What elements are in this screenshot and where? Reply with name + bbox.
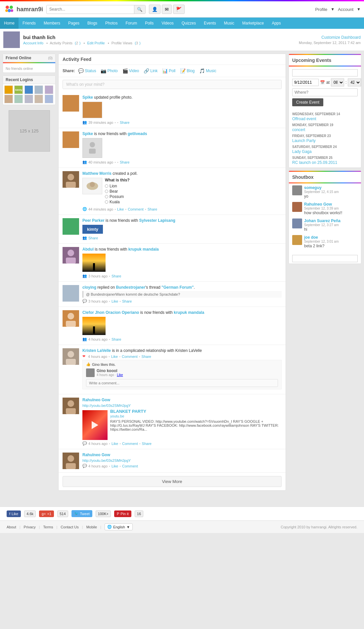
twitter-tweet-button[interactable]: 🐦 Tweet	[71, 510, 92, 517]
profile-views-link[interactable]: Profile Views (3)	[112, 41, 141, 45]
event-where-input[interactable]	[292, 88, 358, 96]
share-photo-btn[interactable]: 📷 Photo	[99, 68, 119, 74]
nav-blogs[interactable]: Blogs	[83, 18, 101, 29]
feed-user-link[interactable]: Kristen LaVelle	[82, 348, 111, 353]
nav-forum[interactable]: Forum	[121, 18, 141, 29]
share-link[interactable]: Share	[142, 355, 151, 359]
nav-music[interactable]: Music	[220, 18, 238, 29]
yt-thumbnail[interactable]	[82, 410, 108, 440]
share-link-btn[interactable]: 🔗 Link	[142, 68, 159, 74]
edit-profile-link[interactable]: Edit Profile	[87, 41, 105, 45]
search-bar[interactable]: 🔍	[46, 5, 146, 14]
share-status-btn[interactable]: 💬 Status	[77, 68, 97, 74]
nav-apps[interactable]: Apps	[268, 18, 285, 29]
flag-icon-btn[interactable]: 🚩	[173, 5, 185, 14]
calendar-icon[interactable]: 📅	[320, 80, 325, 85]
comment-like-link[interactable]: Like	[117, 373, 123, 377]
nav-members[interactable]: Members	[40, 18, 64, 29]
event-name-link[interactable]: RC launch on 25.09.2011	[292, 160, 358, 165]
event-name-link[interactable]: Launch Party	[292, 138, 358, 143]
footer-privacy-link[interactable]: Privacy	[24, 525, 36, 529]
like-link[interactable]: Like	[117, 207, 124, 211]
search-input[interactable]	[47, 5, 134, 13]
event-name-link[interactable]: Offroad event	[292, 117, 358, 121]
feed-user-link[interactable]: Rahulneo Gow	[82, 398, 110, 402]
comment-link[interactable]: Comment	[122, 464, 138, 468]
feed-user-link[interactable]: Matthew Morris	[82, 171, 112, 176]
feed-user-link[interactable]: Spike	[82, 95, 93, 100]
recent-login-4[interactable]	[34, 85, 43, 94]
footer-contact-link[interactable]: Contact Us	[61, 525, 78, 529]
footer-about-link[interactable]: About	[7, 525, 16, 529]
feed-friend-link[interactable]: Sylvester Lapisang	[139, 218, 175, 223]
nav-friends[interactable]: Friends	[19, 18, 40, 29]
poll-radio[interactable]	[105, 184, 108, 188]
feed-friend-link[interactable]: krupuk mandala	[174, 310, 204, 315]
recent-login-10[interactable]	[45, 95, 53, 103]
share-link[interactable]: Share	[88, 236, 98, 240]
recent-login-8[interactable]	[24, 95, 33, 103]
like-link[interactable]: Like	[112, 442, 118, 446]
account-info-link[interactable]: Account Info	[23, 41, 43, 45]
feed-user-link[interactable]: Rahulneo Gow	[82, 453, 110, 457]
recent-login-5[interactable]	[45, 85, 53, 94]
message-icon-btn[interactable]: ✉	[162, 5, 172, 14]
nav-events[interactable]: Events	[200, 18, 220, 29]
event-minute-select[interactable]: 42	[348, 78, 361, 86]
event-name-link[interactable]: Lady Gaga	[292, 149, 358, 154]
recent-login-6[interactable]	[4, 95, 13, 103]
search-button[interactable]: 🔍	[134, 5, 145, 14]
create-event-button[interactable]: Create Event	[292, 98, 323, 106]
share-video-btn[interactable]: 🎬 Video	[121, 68, 140, 74]
activity-points-link[interactable]: Activity Points (2)	[50, 41, 81, 45]
language-selector[interactable]: 🌐 English ▼	[105, 523, 133, 530]
share-link[interactable]: Share	[142, 442, 152, 446]
like-link[interactable]: Like	[112, 464, 118, 468]
poll-radio[interactable]	[105, 190, 108, 193]
share-blog-btn[interactable]: 📝 Blog	[179, 68, 196, 74]
customize-dashboard-link[interactable]: Customize Dashboard	[321, 35, 361, 40]
poll-option[interactable]: Lion	[105, 184, 130, 188]
google-plus-button[interactable]: g+ +1	[39, 510, 54, 517]
feed-user-link[interactable]: Spike	[82, 131, 93, 136]
nav-polls[interactable]: Polls	[141, 18, 158, 29]
person-icon-btn[interactable]: 👤	[149, 5, 160, 14]
poll-option[interactable]: Kuala	[105, 200, 130, 204]
footer-terms-link[interactable]: Terms	[43, 525, 53, 529]
poll-radio[interactable]	[105, 195, 108, 198]
yt-title-link[interactable]: BLANKET PARTY	[110, 409, 282, 414]
nav-videos[interactable]: Videos	[158, 18, 177, 29]
comment-link[interactable]: Comment	[122, 442, 138, 446]
recent-login-9[interactable]	[34, 95, 43, 103]
whats-on-mind-input[interactable]: What's on your mind?	[63, 80, 282, 89]
share-link[interactable]: Share	[122, 299, 132, 303]
nav-quizzes[interactable]: Quizzes	[178, 18, 200, 29]
event-name-input[interactable]	[292, 69, 358, 76]
share-music-btn[interactable]: 🎵 Music	[198, 68, 217, 74]
like-link[interactable]: Like	[112, 299, 118, 303]
like-link[interactable]: Like	[111, 355, 118, 359]
nav-home[interactable]: Home	[0, 18, 19, 29]
shoutbox-input[interactable]	[292, 255, 358, 262]
site-logo[interactable]: hamran9i	[3, 3, 43, 15]
event-hour-select[interactable]: 08	[331, 78, 344, 86]
view-more-button[interactable]: View More	[63, 476, 282, 487]
event-name-link[interactable]: concert	[292, 127, 358, 132]
event-date-input[interactable]	[292, 79, 319, 86]
nav-pages[interactable]: Pages	[64, 18, 83, 29]
share-link[interactable]: Share	[112, 274, 121, 278]
nav-photos[interactable]: Photos	[101, 18, 121, 29]
pinterest-pin-button[interactable]: P Pin it	[114, 510, 131, 517]
feed-user-link[interactable]: Abdul	[82, 247, 94, 252]
share-link[interactable]: Share	[148, 207, 157, 211]
profile-link[interactable]: Profile	[315, 7, 327, 12]
share-link[interactable]: Share	[120, 121, 129, 124]
footer-mobile-link[interactable]: Mobile	[86, 525, 97, 529]
thread-name-link[interactable]: "German Forum"	[161, 285, 194, 290]
share-poll-btn[interactable]: 📊 Poll	[161, 68, 177, 74]
poll-option[interactable]: Bear	[105, 189, 130, 194]
feed-friend-link[interactable]: krupuk mandala	[128, 247, 159, 252]
thread-user-link[interactable]: Bundestrojaner	[116, 285, 145, 290]
feed-user-link[interactable]: Clefor Jhon Oracion Operiano	[82, 310, 139, 315]
feed-user-link[interactable]: cloying	[82, 285, 96, 290]
